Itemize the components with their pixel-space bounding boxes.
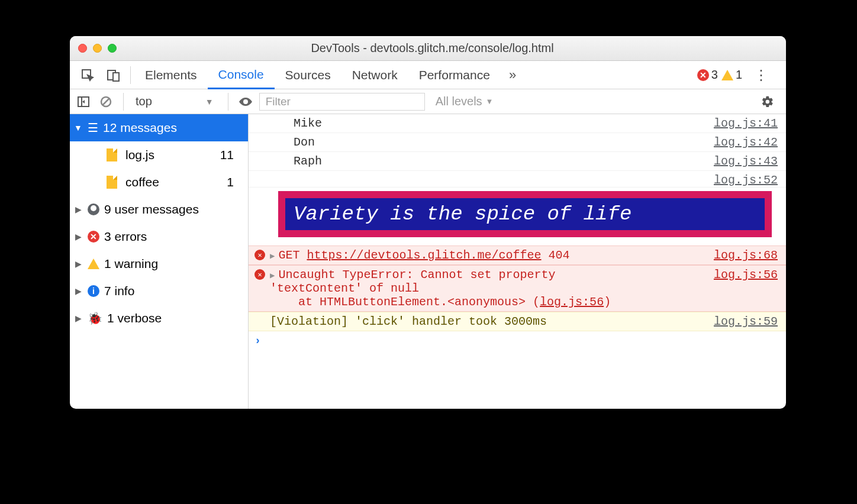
svg-rect-2 (113, 73, 119, 81)
styled-log-message: Variety is the spice of life (278, 191, 772, 237)
sidebar-errors[interactable]: ▶ ✕ 3 errors (70, 223, 248, 250)
error-count: 3 (711, 68, 718, 82)
error-icon: ✕ (254, 250, 265, 260)
tab-console[interactable]: Console (208, 62, 275, 89)
sidebar-file-coffee[interactable]: coffee 1 (70, 169, 248, 196)
device-toolbar-icon[interactable] (101, 68, 127, 82)
context-selector[interactable]: top ▼ (132, 95, 220, 108)
error-count-badge[interactable]: ✕ 3 (697, 68, 718, 82)
category-label: 7 info (104, 284, 134, 298)
sidebar-messages-group[interactable]: ▼ ☰ 12 messages (70, 114, 248, 141)
violation-text: [Violation] 'click' handler took 3000ms (270, 315, 714, 328)
log-row[interactable]: Mike log.js:41 (249, 114, 786, 133)
tab-sources[interactable]: Sources (275, 61, 341, 89)
stack-close: ) (604, 295, 611, 309)
source-link[interactable]: log.js:42 (714, 135, 780, 149)
log-text: Don (294, 135, 714, 149)
console-output: Mike log.js:41 Don log.js:42 Raph log.js… (249, 114, 786, 409)
console-body: ▼ ☰ 12 messages log.js 11 coffee 1 ▶ 9 u… (70, 114, 786, 409)
tab-network[interactable]: Network (341, 61, 408, 89)
log-levels-selector[interactable]: All levels ▼ (430, 95, 500, 108)
info-icon: i (88, 285, 99, 297)
console-toolbar: top ▼ All levels ▼ (70, 89, 786, 114)
titlebar: DevTools - devtools.glitch.me/console/lo… (70, 36, 786, 61)
filter-input[interactable] (259, 93, 425, 111)
window-title: DevTools - devtools.glitch.me/console/lo… (87, 41, 778, 55)
stack-open: ( (526, 295, 540, 309)
error-icon: ✕ (697, 69, 709, 81)
source-link[interactable]: log.js:41 (714, 117, 780, 130)
source-link[interactable]: log.js:52 (714, 173, 780, 187)
sidebar-file-logjs[interactable]: log.js 11 (70, 141, 248, 169)
request-url-link[interactable]: https://devtools.glitch.me/coffee (307, 248, 541, 262)
file-count: 11 (220, 148, 244, 162)
close-window-button[interactable] (78, 44, 87, 53)
stack-anonymous: <anonymous> (447, 295, 526, 309)
source-link[interactable]: log.js:56 (714, 268, 780, 282)
clear-console-icon[interactable] (97, 95, 115, 108)
live-expression-icon[interactable] (237, 94, 254, 109)
http-status: 404 (549, 248, 570, 262)
tab-performance[interactable]: Performance (408, 61, 501, 89)
warning-icon (721, 70, 733, 80)
source-link[interactable]: log.js:68 (714, 248, 780, 262)
category-label: 9 user messages (104, 202, 199, 217)
file-icon (107, 176, 117, 189)
sidebar-verbose[interactable]: ▶ 🐞 1 verbose (70, 305, 248, 332)
chevron-down-icon: ▼ (205, 97, 214, 106)
chevron-right-icon: ▶ (270, 271, 275, 280)
chevron-right-icon: ▶ (73, 259, 83, 269)
file-name: log.js (125, 148, 154, 162)
log-row[interactable]: Don log.js:42 (249, 133, 786, 152)
sidebar-info[interactable]: ▶ i 7 info (70, 277, 248, 305)
log-row[interactable]: Raph log.js:43 (249, 152, 786, 171)
chevron-down-icon: ▼ (486, 97, 494, 106)
prompt-chevron-icon: › (254, 335, 261, 347)
log-row-styled[interactable]: log.js:52 (249, 171, 786, 188)
divider (130, 66, 131, 84)
warning-count-badge[interactable]: 1 (721, 68, 742, 82)
log-text: Mike (294, 117, 714, 130)
chevron-right-icon: ▶ (73, 314, 83, 323)
source-link[interactable]: log.js:59 (714, 315, 780, 328)
exception-row[interactable]: ✕ ▶Uncaught TypeError: Cannot set proper… (249, 265, 786, 312)
category-label: 3 errors (104, 230, 147, 244)
tab-elements[interactable]: Elements (134, 61, 208, 89)
list-icon: ☰ (88, 121, 98, 135)
sidebar-warnings[interactable]: ▶ 1 warning (70, 250, 248, 277)
chevron-right-icon: ▶ (73, 232, 83, 241)
svg-line-6 (102, 98, 109, 105)
stack-source-link[interactable]: log.js:56 (540, 295, 604, 309)
exception-text1: Uncaught TypeError: Cannot set property (278, 268, 555, 282)
violation-row[interactable]: [Violation] 'click' handler took 3000ms … (249, 312, 786, 331)
chevron-down-icon: ▼ (73, 123, 83, 133)
http-method: GET (278, 248, 299, 262)
stack-prefix: at HTMLButtonElement. (270, 295, 447, 309)
chevron-right-icon: ▶ (73, 286, 83, 296)
more-tabs-button[interactable]: » (501, 67, 524, 83)
sidebar-user-messages[interactable]: ▶ 9 user messages (70, 196, 248, 223)
devtools-window: DevTools - devtools.glitch.me/console/lo… (70, 36, 786, 409)
network-error-row[interactable]: ✕ ▶GET https://devtools.glitch.me/coffee… (249, 245, 786, 265)
source-link[interactable]: log.js:43 (714, 154, 780, 168)
file-name: coffee (125, 175, 159, 189)
chevron-right-icon: ▶ (73, 205, 83, 214)
error-icon: ✕ (88, 231, 99, 243)
file-count: 1 (227, 175, 244, 189)
console-prompt[interactable]: › (249, 331, 786, 350)
exception-text2: 'textContent' of null (270, 282, 419, 295)
divider (123, 93, 124, 111)
toggle-sidebar-icon[interactable] (75, 95, 92, 108)
levels-label: All levels (436, 95, 482, 108)
warning-count: 1 (736, 68, 742, 82)
divider (228, 93, 228, 111)
console-sidebar: ▼ ☰ 12 messages log.js 11 coffee 1 ▶ 9 u… (70, 114, 249, 409)
log-text: Raph (294, 154, 714, 168)
settings-menu-button[interactable]: ⋮ (746, 67, 777, 83)
chevron-right-icon: ▶ (270, 251, 275, 261)
context-value: top (136, 95, 152, 108)
console-settings-icon[interactable] (754, 95, 781, 108)
error-icon: ✕ (254, 269, 265, 280)
warning-icon (88, 259, 99, 269)
inspect-element-icon[interactable] (75, 68, 101, 82)
